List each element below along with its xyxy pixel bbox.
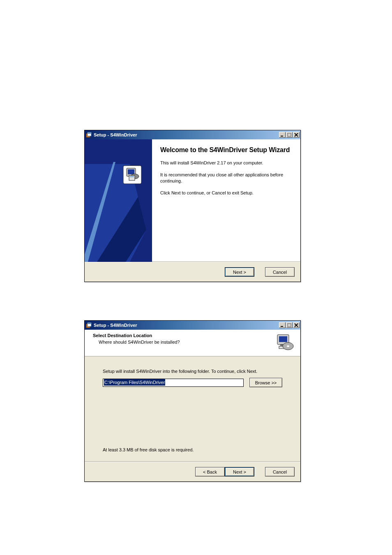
next-button[interactable]: Next >	[225, 467, 254, 476]
back-button[interactable]: < Back	[195, 467, 225, 476]
svg-rect-11	[128, 169, 134, 174]
browse-button[interactable]: Browse >>	[249, 378, 282, 387]
footer: Next > Cancel	[85, 262, 300, 282]
destination-path-value: C:\Program Files\S4WinDriver	[104, 379, 165, 386]
next-button[interactable]: Next >	[225, 267, 254, 277]
svg-rect-3	[281, 136, 283, 136]
page-header-title: Select Destination Location	[93, 333, 275, 338]
svg-rect-20	[279, 336, 287, 342]
minimize-button[interactable]	[279, 322, 286, 328]
maximize-button	[286, 322, 293, 328]
wizard-content: Welcome to the S4WinDriver Setup Wizard …	[152, 139, 300, 262]
page-header-subtitle: Where should S4WinDriver be installed?	[99, 340, 275, 345]
setup-destination-dialog: Setup - S4WinDriver Select Destination L…	[84, 320, 301, 482]
wizard-banner	[85, 139, 152, 262]
footer: < Back Next > Cancel	[85, 462, 300, 481]
svg-rect-4	[288, 133, 291, 136]
cancel-button[interactable]: Cancel	[265, 267, 295, 277]
close-button[interactable]	[293, 132, 300, 138]
titlebar[interactable]: Setup - S4WinDriver	[85, 321, 300, 330]
installer-icon	[85, 132, 92, 138]
page-body: Setup will install S4WinDriver into the …	[85, 356, 300, 462]
setup-welcome-dialog: Setup - S4WinDriver	[84, 130, 301, 282]
wizard-recommend-text: It is recommended that you close all oth…	[160, 172, 292, 184]
close-button[interactable]	[293, 322, 300, 328]
svg-rect-13	[130, 176, 134, 177]
titlebar-text: Setup - S4WinDriver	[94, 323, 279, 328]
page-header: Select Destination Location Where should…	[85, 330, 300, 356]
minimize-button[interactable]	[279, 132, 286, 138]
svg-point-24	[287, 345, 289, 347]
titlebar[interactable]: Setup - S4WinDriver	[85, 130, 300, 139]
maximize-button	[286, 132, 293, 138]
page-instruction: Setup will install S4WinDriver into the …	[103, 369, 282, 374]
titlebar-text: Setup - S4WinDriver	[94, 132, 279, 137]
svg-rect-2	[88, 133, 91, 134]
installer-icon	[85, 322, 92, 328]
svg-rect-16	[88, 323, 91, 324]
svg-rect-17	[281, 326, 283, 327]
wizard-instruction-text: Click Next to continue, or Cancel to exi…	[160, 190, 292, 196]
svg-rect-18	[288, 324, 291, 327]
computer-disc-icon	[275, 333, 295, 353]
wizard-heading: Welcome to the S4WinDriver Setup Wizard	[160, 146, 292, 154]
wizard-intro-text: This will install S4WinDriver 2.17 on yo…	[160, 160, 292, 166]
disk-space-text: At least 3.3 MB of free disk space is re…	[103, 447, 194, 452]
svg-rect-12	[129, 176, 135, 180]
cancel-button[interactable]: Cancel	[265, 467, 295, 476]
destination-path-input[interactable]: C:\Program Files\S4WinDriver	[103, 379, 244, 387]
